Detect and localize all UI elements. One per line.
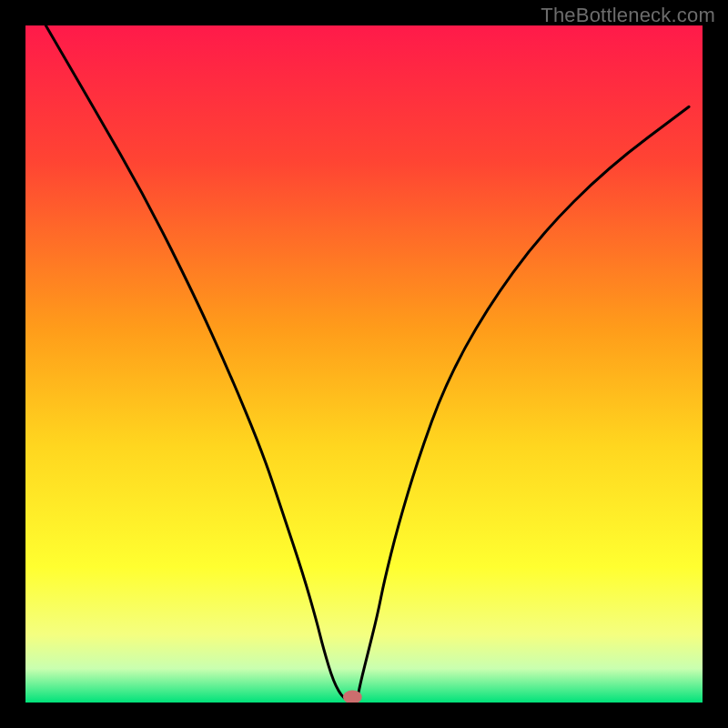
gradient-background	[25, 25, 703, 703]
plot-area	[25, 25, 703, 703]
watermark-label: TheBottleneck.com	[541, 4, 715, 27]
chart-frame: TheBottleneck.com	[0, 0, 728, 728]
plot-svg	[25, 25, 703, 703]
